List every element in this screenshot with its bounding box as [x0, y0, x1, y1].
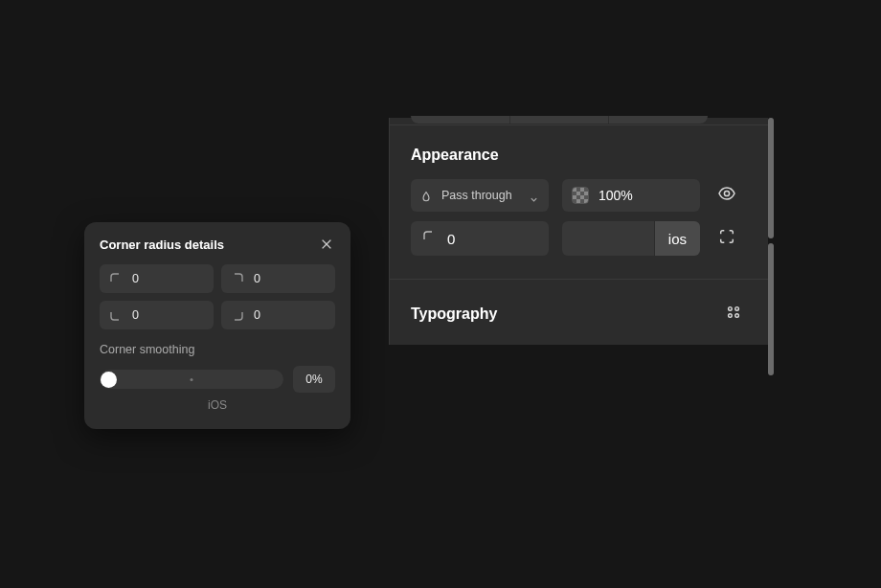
close-icon[interactable] — [318, 236, 335, 253]
corner-smoothing-section: Corner smoothing 0% iOS — [84, 329, 350, 412]
slider-thumb[interactable] — [101, 372, 117, 388]
corner-bottom-left-input[interactable]: 0 — [100, 301, 214, 329]
smoothing-preset-field[interactable]: ios — [562, 221, 700, 256]
corner-bottom-right-input[interactable]: 0 — [221, 301, 335, 329]
typography-section: Typography — [390, 280, 768, 345]
corner-radius-value: 0 — [447, 231, 455, 247]
smoothing-preset-track — [562, 221, 654, 256]
appearance-title: Appearance — [411, 147, 747, 164]
popover-title: Corner radius details — [100, 237, 224, 252]
svg-point-5 — [729, 314, 733, 318]
blend-mode-dropdown[interactable]: Pass through — [411, 179, 549, 212]
corner-top-left-icon — [109, 272, 123, 285]
typography-settings-button[interactable] — [720, 301, 747, 328]
corner-top-right-icon — [231, 272, 244, 285]
typography-title: Typography — [411, 305, 497, 323]
svg-point-2 — [724, 191, 729, 195]
blend-mode-value: Pass through — [441, 189, 522, 202]
corner-smoothing-slider[interactable] — [100, 370, 283, 389]
corner-smoothing-value[interactable]: 0% — [293, 366, 335, 393]
inspector-panel: Appearance Pass through — [389, 118, 768, 345]
droplet-icon — [420, 189, 434, 202]
inspector-top-strip — [390, 118, 768, 125]
corner-top-left-value: 0 — [132, 272, 204, 285]
scrollbar[interactable] — [768, 118, 774, 238]
corner-smoothing-row: 0% — [100, 366, 335, 393]
individual-corners-button[interactable] — [713, 225, 740, 252]
chevron-down-icon — [530, 191, 539, 200]
corner-bottom-right-icon — [231, 308, 244, 322]
opacity-swatch-icon — [572, 187, 589, 204]
corner-top-right-input[interactable]: 0 — [221, 264, 335, 293]
segmented-control-remnant — [411, 116, 708, 124]
corner-bottom-left-icon — [109, 308, 123, 322]
slider-tick-icon — [191, 378, 193, 381]
svg-point-6 — [735, 314, 739, 318]
scrollbar[interactable] — [768, 243, 774, 375]
appearance-section: Appearance Pass through — [390, 125, 768, 280]
corner-radius-popover: Corner radius details 0 0 — [84, 222, 350, 429]
popover-header: Corner radius details — [84, 222, 350, 264]
opacity-value: 100% — [599, 188, 633, 203]
eye-icon — [717, 184, 736, 207]
svg-point-3 — [729, 307, 733, 311]
svg-point-4 — [735, 307, 739, 311]
visibility-toggle-button[interactable] — [713, 182, 740, 209]
corner-top-left-input[interactable]: 0 — [100, 264, 214, 293]
opacity-field[interactable]: 100% — [562, 179, 700, 212]
corner-top-right-value: 0 — [254, 272, 326, 285]
corner-bottom-right-value: 0 — [254, 308, 326, 322]
individual-corners-icon — [718, 228, 735, 249]
corner-radius-field[interactable]: 0 — [411, 221, 549, 256]
corner-smoothing-label: Corner smoothing — [100, 343, 335, 356]
smoothing-preset-value: ios — [654, 221, 700, 256]
font-settings-icon — [725, 304, 742, 325]
smoothing-preset-label: iOS — [100, 398, 335, 412]
corner-grid: 0 0 0 0 — [84, 264, 350, 329]
corner-bottom-left-value: 0 — [132, 308, 204, 322]
corner-radius-icon — [422, 230, 436, 247]
